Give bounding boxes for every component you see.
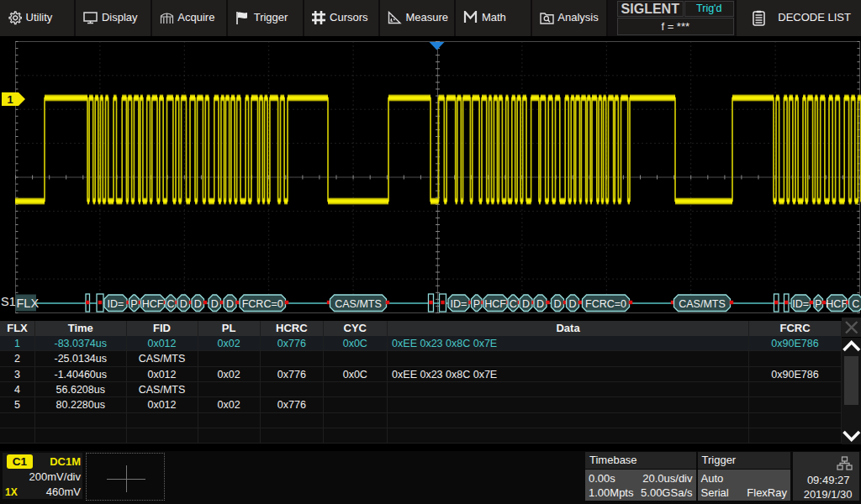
svg-text:FCRC=0: FCRC=0 [242,298,283,310]
svg-text:P: P [815,298,821,310]
svg-text:ID=: ID= [108,298,124,310]
svg-text:C: C [166,298,174,310]
svg-text:D: D [180,298,188,310]
svg-text:D: D [226,298,234,310]
svg-text:FLX: FLX [17,297,40,310]
svg-text:C: C [510,298,517,310]
svg-text:D: D [211,298,219,310]
svg-text:D: D [568,298,576,310]
svg-text:HCF: HCF [142,298,164,310]
svg-text:1: 1 [7,93,13,106]
svg-text:HCF: HCF [484,298,506,310]
svg-text:CAS/MTS: CAS/MTS [679,298,726,310]
svg-text:FCRC=0: FCRC=0 [585,298,626,310]
svg-text:P: P [130,298,137,310]
svg-text:ID=: ID= [451,298,467,310]
svg-text:C: C [852,298,859,310]
svg-text:D: D [522,298,530,310]
svg-text:P: P [473,298,480,310]
svg-text:D: D [536,298,544,310]
svg-text:HCF: HCF [826,298,848,310]
svg-text:S1: S1 [1,295,16,308]
svg-text:D: D [553,298,561,310]
svg-text:CAS/MTS: CAS/MTS [335,298,382,310]
svg-text:D: D [194,298,202,310]
svg-text:ID=: ID= [792,298,809,310]
